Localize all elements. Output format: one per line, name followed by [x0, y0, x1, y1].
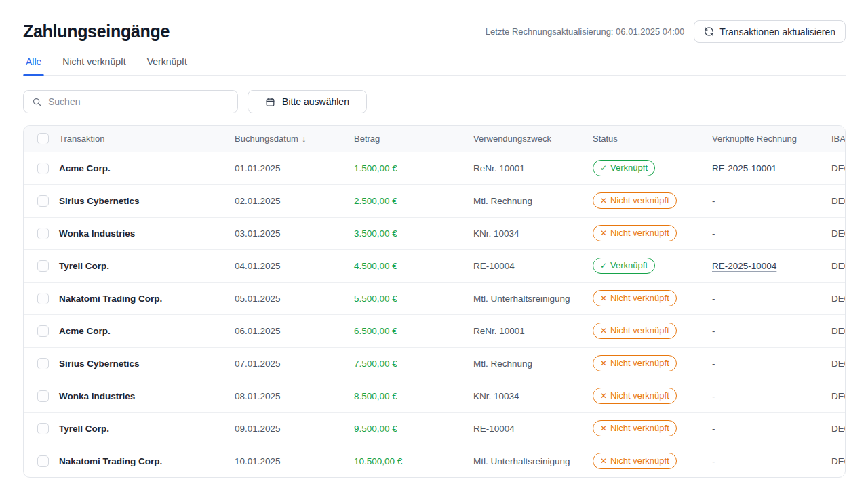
transaction-name: Sirius Cybernetics: [59, 347, 235, 380]
row-checkbox[interactable]: [37, 260, 49, 272]
transactions-table: Transaktion Buchungsdatum↓ Betrag Verwen…: [24, 126, 846, 477]
status-icon: ✕: [600, 456, 607, 466]
no-invoice-dash: -: [712, 359, 715, 369]
amount: 3.500,00 €: [354, 217, 473, 249]
status-badge: ✕ Nicht verknüpft: [593, 225, 677, 241]
status-icon: ✕: [600, 293, 607, 303]
amount: 1.500,00 €: [354, 152, 473, 184]
booking-date: 10.01.2025: [235, 445, 354, 477]
status-badge: ✕ Nicht verknüpft: [593, 453, 677, 469]
transaction-name: Nakatomi Trading Corp.: [59, 445, 235, 477]
status-icon: ✕: [600, 424, 607, 433]
status-badge: ✕ Nicht verknüpft: [593, 323, 677, 339]
iban: DE0: [831, 249, 846, 282]
column-header-linked-invoice: Verknüpfte Rechnung: [712, 126, 831, 152]
iban: DE0: [831, 412, 846, 445]
status-icon: ✕: [600, 391, 607, 401]
row-checkbox[interactable]: [37, 325, 49, 337]
search-input[interactable]: [48, 96, 229, 107]
refresh-transactions-button[interactable]: Transaktionen aktualisieren: [694, 20, 846, 43]
table-row: Nakatomi Trading Corp. 10.01.2025 10.500…: [24, 445, 846, 477]
transaction-name: Nakatomi Trading Corp.: [59, 282, 235, 314]
row-checkbox[interactable]: [37, 195, 49, 207]
page-content: Zahlungseingänge Letzte Rechnungsaktuali…: [23, 20, 846, 478]
row-checkbox[interactable]: [37, 423, 49, 434]
purpose: RE-10004: [473, 249, 593, 282]
linked-invoice-link[interactable]: RE-2025-10004: [712, 261, 776, 271]
linked-invoice-link[interactable]: RE-2025-10001: [712, 163, 776, 174]
column-header-iban: IBAN: [831, 126, 846, 152]
row-checkbox[interactable]: [37, 228, 49, 239]
amount: 5.500,00 €: [354, 282, 473, 314]
table-header-row: Transaktion Buchungsdatum↓ Betrag Verwen…: [24, 126, 846, 152]
page-title: Zahlungseingänge: [23, 22, 170, 41]
status-icon: ✕: [600, 359, 607, 368]
row-checkbox[interactable]: [37, 358, 49, 369]
status-badge: ✕ Nicht verknüpft: [593, 420, 677, 436]
transaction-name: Sirius Cybernetics: [59, 184, 235, 217]
status-label: Nicht verknüpft: [610, 325, 669, 336]
transaction-name: Acme Corp.: [59, 152, 235, 184]
booking-date: 09.01.2025: [235, 412, 354, 445]
status-badge: ✕ Nicht verknüpft: [593, 290, 677, 306]
table-row: Wonka Industries 03.01.2025 3.500,00 € K…: [24, 217, 846, 249]
table-row: Sirius Cybernetics 02.01.2025 2.500,00 €…: [24, 184, 846, 217]
table-row: Nakatomi Trading Corp. 05.01.2025 5.500,…: [24, 282, 846, 314]
transaction-name: Wonka Industries: [59, 380, 235, 412]
purpose: Mtl. Unterhaltsreinigung: [473, 445, 593, 477]
no-invoice-dash: -: [712, 196, 715, 206]
transaction-name: Tyrell Corp.: [59, 249, 235, 282]
status-icon: ✓: [600, 163, 607, 173]
tab-nicht-verknüpft[interactable]: Nicht verknüpft: [60, 56, 128, 75]
status-label: Nicht verknüpft: [610, 423, 669, 433]
status-label: Verknüpft: [610, 260, 648, 270]
status-badge: ✕ Nicht verknüpft: [593, 355, 677, 371]
no-invoice-dash: -: [712, 391, 715, 401]
row-checkbox[interactable]: [37, 293, 49, 304]
purpose: KNr. 10034: [473, 217, 593, 249]
calendar-icon: [265, 97, 275, 107]
status-label: Nicht verknüpft: [610, 455, 669, 466]
tab-alle[interactable]: Alle: [23, 56, 44, 75]
status-icon: ✕: [600, 196, 607, 205]
iban: DE0: [831, 217, 846, 249]
row-checkbox[interactable]: [37, 390, 49, 402]
booking-date: 04.01.2025: [235, 249, 354, 282]
amount: 9.500,00 €: [354, 412, 473, 445]
search-box: [23, 90, 238, 113]
table-row: Tyrell Corp. 09.01.2025 9.500,00 € RE-10…: [24, 412, 846, 445]
amount: 2.500,00 €: [354, 184, 473, 217]
status-badge: ✓ Verknüpft: [593, 258, 655, 274]
status-badge: ✕ Nicht verknüpft: [593, 388, 677, 404]
purpose: Mtl. Rechnung: [473, 347, 593, 380]
no-invoice-dash: -: [712, 293, 715, 304]
tab-bar: AlleNicht verknüpftVerknüpft: [23, 56, 846, 76]
table-row: Sirius Cybernetics 07.01.2025 7.500,00 €…: [24, 347, 846, 380]
refresh-button-label: Transaktionen aktualisieren: [719, 26, 835, 37]
status-label: Nicht verknüpft: [610, 390, 669, 401]
status-label: Nicht verknüpft: [610, 293, 669, 303]
refresh-icon: [704, 26, 714, 37]
row-checkbox[interactable]: [37, 455, 49, 467]
booking-date: 06.01.2025: [235, 314, 354, 347]
table-row: Tyrell Corp. 04.01.2025 4.500,00 € RE-10…: [24, 249, 846, 282]
column-header-status: Status: [593, 126, 712, 152]
column-header-booking-date[interactable]: Buchungsdatum↓: [235, 126, 354, 152]
transaction-name: Wonka Industries: [59, 217, 235, 249]
date-range-picker-button[interactable]: Bitte auswählen: [248, 90, 367, 113]
purpose: RE-10004: [473, 412, 593, 445]
booking-date: 05.01.2025: [235, 282, 354, 314]
select-all-checkbox[interactable]: [37, 133, 49, 144]
booking-date: 03.01.2025: [235, 217, 354, 249]
iban: DE0: [831, 152, 846, 184]
last-update-text: Letzte Rechnungsaktualisierung: 06.01.20…: [486, 26, 684, 37]
row-checkbox[interactable]: [37, 163, 49, 174]
header-actions: Letzte Rechnungsaktualisierung: 06.01.20…: [486, 20, 846, 43]
no-invoice-dash: -: [712, 326, 715, 336]
status-icon: ✕: [600, 228, 607, 238]
status-label: Nicht verknüpft: [610, 228, 669, 238]
transactions-table-card: Transaktion Buchungsdatum↓ Betrag Verwen…: [23, 125, 846, 478]
tab-verknüpft[interactable]: Verknüpft: [144, 56, 190, 75]
booking-date: 01.01.2025: [235, 152, 354, 184]
amount: 10.500,00 €: [354, 445, 473, 477]
